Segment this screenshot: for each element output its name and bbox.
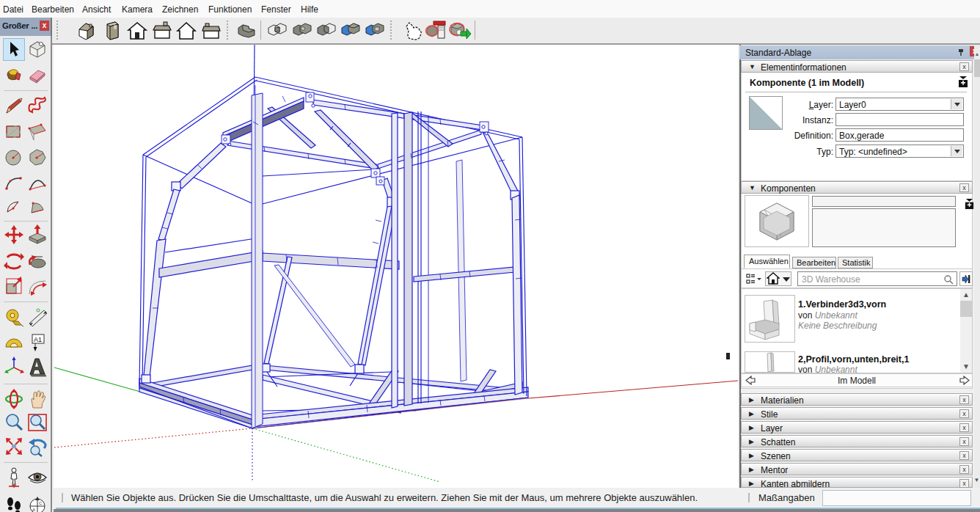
svg-text:A1: A1	[34, 336, 42, 343]
svg-text:A: A	[32, 508, 35, 512]
svg-text:C: C	[39, 501, 43, 505]
